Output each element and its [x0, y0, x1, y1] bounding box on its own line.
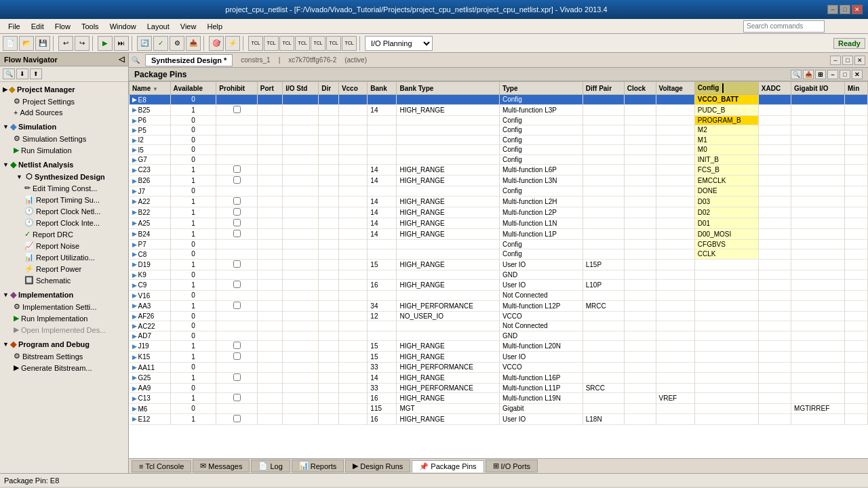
tab-tcl-console[interactable]: ≡ Tcl Console — [132, 460, 191, 472]
sidebar-item-generate-bitstream[interactable]: ▶ Generate Bitstream... — [0, 362, 128, 373]
close-button[interactable]: ✕ — [852, 5, 863, 14]
table-row[interactable]: ▶J70ConfigDONE — [130, 186, 868, 197]
cell-prohibit[interactable] — [216, 393, 257, 404]
cell-prohibit[interactable] — [216, 249, 257, 260]
tcl2[interactable]: TCL — [264, 36, 279, 51]
cell-prohibit[interactable] — [216, 218, 257, 228]
layout-dropdown[interactable]: I/O Planning — [365, 36, 433, 51]
tab-design-runs[interactable]: ▶ Design Runs — [345, 460, 410, 472]
sub-minimize[interactable]: – — [830, 56, 841, 65]
cell-prohibit[interactable] — [216, 196, 257, 207]
program-debug-header[interactable]: ▼ ◆ Program and Debug — [0, 338, 128, 350]
menu-help[interactable]: Help — [201, 21, 228, 32]
bitstream-button[interactable]: 📥 — [186, 36, 201, 51]
tab-reports[interactable]: 📊 Reports — [292, 460, 344, 472]
menu-file[interactable]: File — [3, 21, 26, 32]
table-row[interactable]: ▶B25114HIGH_RANGEMulti-function L3PPUDC_… — [130, 104, 868, 115]
cell-prohibit[interactable] — [216, 383, 257, 393]
target-button[interactable]: 🎯 — [209, 36, 224, 51]
tcl4[interactable]: TCL — [295, 36, 310, 51]
save-button[interactable]: 💾 — [35, 36, 50, 51]
cell-prohibit[interactable] — [216, 404, 257, 414]
cell-prohibit[interactable] — [216, 104, 257, 115]
pkg-export[interactable]: 📥 — [803, 70, 814, 79]
cell-prohibit[interactable] — [216, 145, 257, 155]
menu-window[interactable]: Window — [104, 21, 142, 32]
sidebar-item-report-util[interactable]: 📊 Report Utilizatio... — [0, 251, 128, 263]
table-row[interactable]: ▶B22114HIGH_RANGEMulti-function L2PD02 — [130, 207, 868, 218]
cell-prohibit[interactable] — [216, 186, 257, 197]
implementation-header[interactable]: ▼ ◆ Implementation — [0, 289, 128, 301]
table-row[interactable]: ▶AA9033HIGH_PERFORMANCEMulti-function L1… — [130, 383, 868, 393]
table-row[interactable]: ▶AC220Not Connected — [130, 321, 868, 331]
table-row[interactable]: ▶J19115HIGH_RANGEMulti-function L20N — [130, 341, 868, 352]
tcl6[interactable]: TCL — [326, 36, 341, 51]
tab-io-ports[interactable]: ⊞ I/O Ports — [486, 460, 538, 472]
cell-prohibit[interactable] — [216, 321, 257, 331]
cell-prohibit[interactable] — [216, 413, 257, 424]
menu-tools[interactable]: Tools — [76, 21, 104, 32]
menu-view[interactable]: View — [175, 21, 202, 32]
cell-prohibit[interactable] — [216, 207, 257, 218]
sidebar-item-impl-settings[interactable]: ⚙ Implementation Setti... — [0, 301, 128, 312]
compile-button[interactable]: ⚙ — [170, 36, 184, 51]
table-row[interactable]: ▶C9116HIGH_RANGEUser IOL10P — [130, 280, 868, 291]
sidebar-item-synthesized-design[interactable]: ▼ ⬡ Synthesized Design — [0, 171, 128, 182]
sidebar-item-schematic[interactable]: 🔲 Schematic — [0, 274, 128, 286]
pkg-expand-all[interactable]: ⊞ — [815, 70, 826, 79]
sidebar-item-report-power[interactable]: ⚡ Report Power — [0, 263, 128, 274]
table-row[interactable]: ▶I20ConfigM1 — [130, 135, 868, 145]
table-row[interactable]: ▶I50ConfigM0 — [130, 145, 868, 155]
table-row[interactable]: ▶M60115MGTGigabitMGTIRREF — [130, 404, 868, 414]
cell-prohibit[interactable] — [216, 259, 257, 270]
cell-prohibit[interactable] — [216, 155, 257, 165]
table-row[interactable]: ▶G25114HIGH_RANGEMulti-function L16P — [130, 372, 868, 383]
table-row[interactable]: ▶K90GND — [130, 270, 868, 280]
sidebar-item-run-simulation[interactable]: ▶ Run Simulation — [0, 144, 128, 156]
nav-icon-2[interactable]: ⬇ — [16, 68, 28, 79]
tcl1[interactable]: TCL — [248, 36, 263, 51]
pkg-close-btn[interactable]: ✕ — [852, 70, 863, 79]
table-row[interactable]: ▶C23114HIGH_RANGEMulti-function L6PFCS_B — [130, 165, 868, 176]
check-button[interactable]: ✓ — [153, 36, 168, 51]
pkg-max[interactable]: □ — [840, 70, 850, 79]
menu-flow[interactable]: Flow — [50, 21, 76, 32]
table-row[interactable]: ▶B26114HIGH_RANGEMulti-function L3NEMCCL… — [130, 176, 868, 186]
netlist-header[interactable]: ▼ ◆ Netlist Analysis — [0, 159, 128, 171]
table-row[interactable]: ▶AA11033HIGH_PERFORMANCEVCCO — [130, 363, 868, 373]
cell-prohibit[interactable] — [216, 270, 257, 280]
table-row[interactable]: ▶V160Not Connected — [130, 291, 868, 301]
table-row[interactable]: ▶D19115HIGH_RANGEUser IOL15P — [130, 259, 868, 270]
sidebar-item-open-impl[interactable]: ▶ Open Implemented Des... — [0, 324, 128, 336]
tcl7[interactable]: TCL — [342, 36, 357, 51]
table-row[interactable]: ▶P60ConfigPROGRAM_B — [130, 115, 868, 125]
tcl3[interactable]: TCL — [279, 36, 294, 51]
cell-prohibit[interactable] — [216, 291, 257, 301]
cell-prohibit[interactable] — [216, 125, 257, 136]
table-row[interactable]: ▶C13116HIGH_RANGEMulti-function L19NVREF — [130, 393, 868, 404]
cell-prohibit[interactable] — [216, 311, 257, 321]
sub-maximize[interactable]: □ — [842, 56, 853, 65]
cell-prohibit[interactable] — [216, 341, 257, 352]
refresh-button[interactable]: 🔄 — [137, 36, 152, 51]
table-row[interactable]: ▶AA3134HIGH_PERFORMANCEMulti-function L1… — [130, 300, 868, 311]
sidebar-item-add-sources[interactable]: + Add Sources — [0, 107, 128, 118]
program-button[interactable]: ⚡ — [225, 36, 240, 51]
pkg-search[interactable]: 🔍 — [791, 70, 802, 79]
synthesized-design-tab[interactable]: Synthesized Design * — [145, 54, 233, 66]
maximize-button[interactable]: □ — [840, 5, 850, 14]
redo-button[interactable]: ↪ — [75, 36, 90, 51]
tcl5[interactable]: TCL — [311, 36, 326, 51]
table-row[interactable]: ▶A25114HIGH_RANGEMulti-function L1ND01 — [130, 218, 868, 228]
table-row[interactable]: ▶C80ConfigCCLK — [130, 249, 868, 260]
tab-log[interactable]: 📄 Log — [251, 460, 290, 472]
table-row[interactable]: ▶E80ConfigVCCO_BATT — [130, 95, 868, 105]
table-row[interactable]: ▶B24114HIGH_RANGEMulti-function L1PD00_M… — [130, 228, 868, 239]
project-manager-header[interactable]: ▶ ◆ Project Manager — [0, 83, 128, 96]
nav-icon-3[interactable]: ⬆ — [30, 68, 42, 79]
sidebar-item-report-clock-inter[interactable]: 🕐 Report Clock Inte... — [0, 217, 128, 228]
tab-package-pins[interactable]: 📌 Package Pins — [412, 460, 484, 472]
cell-prohibit[interactable] — [216, 115, 257, 125]
table-row[interactable]: ▶K15115HIGH_RANGEUser IO — [130, 352, 868, 363]
open-button[interactable]: 📂 — [19, 36, 34, 51]
